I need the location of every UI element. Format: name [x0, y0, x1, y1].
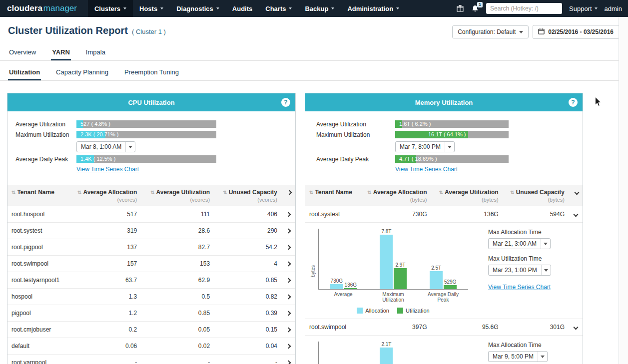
tenant-detail: bytes 730G 136G 7.8T: [305, 223, 583, 319]
row-expand-toggle[interactable]: [281, 355, 295, 364]
nav-diagnostics[interactable]: Diagnostics: [170, 0, 226, 17]
alloc-cell: 0.06: [68, 338, 141, 355]
collapse-all-toggle[interactable]: [569, 185, 583, 206]
chevron-right-icon: [286, 328, 291, 333]
row-expand-toggle[interactable]: [281, 289, 295, 305]
caret-down-icon: [445, 142, 454, 152]
col-average-allocation[interactable]: ⇅Average Allocation(vcores): [68, 185, 141, 206]
expand-all-toggle[interactable]: [281, 185, 295, 206]
tenant-row[interactable]: root.pigpool13782.754.2: [7, 239, 295, 256]
row-collapse-toggle[interactable]: [569, 206, 583, 223]
tab-impala[interactable]: Impala: [85, 44, 106, 60]
nav-administration[interactable]: Administration: [341, 0, 406, 17]
search-input[interactable]: [486, 3, 562, 14]
util-cell: 111: [141, 206, 214, 223]
cpu-max-utilization-value: 2.3K ( 20.71% ): [78, 131, 120, 138]
cluster-name-link[interactable]: ( Cluster 1 ): [132, 28, 166, 35]
help-icon[interactable]: ?: [569, 98, 578, 107]
chevron-down-icon: [573, 212, 578, 217]
page-header: Cluster Utilization Report ( Cluster 1 )…: [0, 17, 628, 41]
chart-y-axis-label: bytes: [310, 265, 316, 277]
tenant-row[interactable]: root.yarnpool---: [7, 355, 295, 364]
caret-down-icon: [595, 7, 598, 9]
row-expand-toggle[interactable]: [281, 239, 295, 256]
nav-clusters[interactable]: Clusters: [88, 0, 133, 17]
row-expand-toggle[interactable]: [281, 322, 295, 338]
tenant-name-cell: default: [7, 338, 68, 355]
tenant-row[interactable]: hospool1.30.50.82: [7, 289, 295, 305]
configuration-dropdown-button[interactable]: Configuration: Default: [452, 25, 529, 38]
utilization-bar: [444, 285, 457, 289]
help-icon[interactable]: ?: [281, 98, 290, 107]
tenant-row[interactable]: root.systest 730G 136G 594G: [305, 206, 583, 223]
chart-plot-area: 730G 136G 7.8T 2.9T 2.5T: [318, 229, 468, 290]
row-expand-toggle[interactable]: [281, 338, 295, 355]
alloc-cell: 730G: [359, 206, 431, 223]
max-utilization-time-select[interactable]: Mar 23, 1:00 PM: [488, 265, 551, 276]
nav-hosts[interactable]: Hosts: [133, 0, 170, 17]
parcels-icon[interactable]: [456, 4, 464, 12]
mem-time-series-link[interactable]: View Time Series Chart: [395, 166, 458, 173]
tenant-row[interactable]: root.hospool517111406: [7, 206, 295, 223]
row-expand-toggle[interactable]: [281, 206, 295, 223]
mem-max-time-select[interactable]: Mar 7, 8:00 PM: [395, 141, 455, 152]
tenant-detail-row: bytes 2.1T: [305, 336, 583, 364]
support-menu[interactable]: Support: [569, 5, 598, 12]
tenant-row[interactable]: root.cmjobuser0.20.050.15: [7, 322, 295, 338]
row-expand-toggle[interactable]: [281, 305, 295, 322]
tab-overview[interactable]: Overview: [8, 44, 37, 60]
col-tenant-name[interactable]: ⇅Tenant Name: [305, 185, 359, 206]
cpu-time-series-link[interactable]: View Time Series Chart: [76, 166, 139, 173]
bar-value-label: 529G: [444, 279, 456, 285]
col-average-utilization[interactable]: ⇅Average Utilization(bytes): [431, 185, 502, 206]
tenant-row[interactable]: pigpool1.20.850.39: [7, 305, 295, 322]
cpu-max-time-select[interactable]: Mar 8, 1:00 AM: [76, 141, 135, 152]
row-expand-toggle[interactable]: [281, 256, 295, 272]
tenant-row[interactable]: root.swimpool 397G 95.6G 301G: [305, 319, 583, 336]
chart-legend: Allocation Utilization: [318, 308, 468, 314]
tenant-name-cell: root.testyarnpool1: [7, 272, 68, 289]
tenant-row[interactable]: root.swimpool1571534: [7, 256, 295, 272]
col-average-allocation[interactable]: ⇅Average Allocation(bytes): [359, 185, 431, 206]
cloudera-manager-logo[interactable]: clouderamanager: [0, 3, 88, 13]
nav-audits[interactable]: Audits: [226, 0, 259, 17]
chevron-down-icon: [573, 325, 578, 330]
col-unit: (bytes): [507, 197, 565, 203]
date-range-picker[interactable]: 02/25/2016 - 03/25/2016: [533, 25, 619, 39]
alloc-cell: 397G: [359, 319, 431, 336]
nav-diagnostics-label: Diagnostics: [176, 5, 213, 12]
col-unused-capacity[interactable]: ⇅Unused Capacity(bytes): [503, 185, 569, 206]
subtab-utilization[interactable]: Utilization: [8, 64, 41, 80]
memory-utilization-panel: Memory Utilization ? Average Utilization…: [305, 93, 583, 364]
util-cell: 153: [141, 256, 214, 272]
memory-summary-metrics: Average Utilization 1.6T ( 6.2% ) Maximu…: [305, 111, 583, 182]
chevron-right-icon: [286, 344, 291, 349]
utilization-panels: CPU Utilization ? Average Utilization 52…: [0, 93, 628, 364]
max-allocation-time-select[interactable]: Mar 9, 5:00 PM: [488, 351, 548, 362]
col-tenant-name[interactable]: ⇅Tenant Name: [7, 185, 68, 206]
alloc-cell: 157: [68, 256, 141, 272]
col-average-utilization[interactable]: ⇅Average Utilization(vcores): [141, 185, 214, 206]
row-expand-toggle[interactable]: [281, 223, 295, 239]
util-cell: 82.7: [141, 239, 214, 256]
subtab-capacity-planning[interactable]: Capacity Planning: [55, 64, 109, 80]
max-allocation-time-select[interactable]: Mar 21, 3:00 AM: [488, 238, 551, 249]
row-expand-toggle[interactable]: [281, 272, 295, 289]
tenant-row[interactable]: root.systest31928.6290: [7, 223, 295, 239]
memory-tenant-table: ⇅Tenant Name ⇅Average Allocation(bytes) …: [305, 185, 583, 364]
mem-avg-utilization-label: Average Utilization: [309, 121, 395, 128]
tab-yarn[interactable]: YARN: [51, 44, 71, 60]
caret-down-icon: [538, 352, 547, 362]
subtab-preemption-tuning[interactable]: Preemption Tuning: [123, 64, 180, 80]
nav-backup[interactable]: Backup: [298, 0, 341, 17]
col-unused-capacity[interactable]: ⇅Unused Capacity(vcores): [214, 185, 281, 206]
tenant-time-series-link[interactable]: View Time Series Chart: [488, 284, 551, 291]
utilization-swatch: [397, 308, 403, 314]
user-menu[interactable]: admin: [605, 5, 622, 12]
nav-charts[interactable]: Charts: [259, 0, 298, 17]
row-collapse-toggle[interactable]: [569, 319, 583, 336]
tenant-row[interactable]: root.testyarnpool163.762.90.85: [7, 272, 295, 289]
notifications-bell-icon[interactable]: 1: [471, 4, 479, 12]
tenant-row[interactable]: default0.060.020.04: [7, 338, 295, 355]
unused-cell: 594G: [503, 206, 569, 223]
